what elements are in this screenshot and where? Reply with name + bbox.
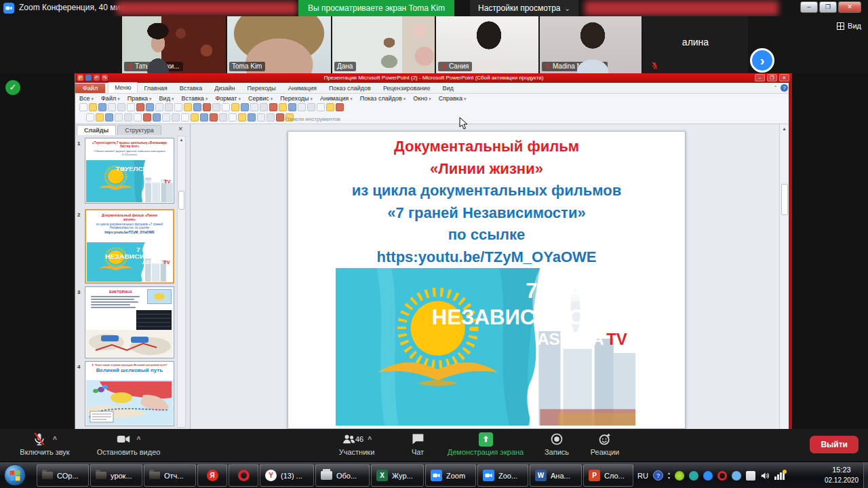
scroll-thumb[interactable] xyxy=(178,191,184,210)
yandex-icon: Y xyxy=(265,470,277,481)
help-tray-icon[interactable]: ? xyxy=(653,470,663,481)
mic-muted-icon xyxy=(651,62,658,69)
show-desktop-button[interactable] xyxy=(863,462,868,488)
tab-menu[interactable]: Меню xyxy=(108,82,138,93)
record-icon xyxy=(550,432,564,446)
menu-edit[interactable]: Правка xyxy=(127,95,152,102)
chat-button[interactable]: Чат xyxy=(401,432,434,456)
unmute-button[interactable]: ^ Включить звук xyxy=(7,432,83,456)
slide-thumbnail-4[interactable]: 4. Через какие страны проходил Великий ш… xyxy=(85,361,174,426)
taskbar-powerpoint-button[interactable]: PСло... xyxy=(583,464,633,487)
participant-name-badge: Татьяна Ски... xyxy=(124,62,183,71)
slide-canvas[interactable]: Документальный фильм «Линии жизни» из ци… xyxy=(288,131,686,429)
tray-volume-icon[interactable] xyxy=(760,471,770,481)
tray-app-icon[interactable] xyxy=(732,471,741,481)
slide-thumbnail-3[interactable]: викторина xyxy=(85,286,174,358)
scroll-up-icon[interactable]: ▴ xyxy=(178,137,185,143)
slide-thumbnail-2[interactable]: Документальный фильм «Линии жизни» из ци… xyxy=(85,209,174,284)
taskbar-zoom-button[interactable]: Zoom xyxy=(425,464,476,487)
help-icon[interactable]: ? xyxy=(781,84,788,92)
ppt-close-button[interactable]: ✕ xyxy=(779,74,789,81)
route-map-image xyxy=(86,330,173,357)
taskbar-yandex-browser-button[interactable]: Я xyxy=(197,464,227,487)
participants-button[interactable]: 46^ Участники xyxy=(324,432,389,456)
svg-text:7 ҚЫРЫ: 7 ҚЫРЫ xyxy=(143,172,170,179)
participant-video-tile[interactable]: Сания xyxy=(436,16,538,73)
participant-video-tile[interactable]: Татьяна Ски... xyxy=(122,16,226,73)
menu-format[interactable]: Формат xyxy=(215,95,241,102)
collapse-ribbon-icon[interactable]: ˆ xyxy=(774,85,776,92)
ppt-restore-button[interactable]: ❐ xyxy=(767,74,777,81)
tray-opera-icon[interactable] xyxy=(717,471,727,481)
close-panel-icon[interactable]: ✕ xyxy=(178,126,183,132)
menu-help[interactable]: Справка xyxy=(439,95,467,102)
participant-video-tile[interactable]: Madina Nauryz... xyxy=(540,16,642,73)
scroll-up-icon[interactable]: ▴ xyxy=(780,126,789,132)
participant-video-tile[interactable]: Дана xyxy=(332,16,435,73)
tab-outline[interactable]: Структура xyxy=(117,125,161,135)
menu-all[interactable]: Все xyxy=(79,95,94,102)
panel-scrollbar[interactable]: ▴ xyxy=(177,136,186,428)
menu-file[interactable]: Файл xyxy=(101,95,120,102)
taskbar-folder-button[interactable]: урок... xyxy=(90,464,142,487)
tray-power-icon[interactable] xyxy=(746,471,755,481)
share-screen-button[interactable]: Демонстрация экрана xyxy=(439,432,532,456)
taskbar-word-button[interactable]: WАна... xyxy=(530,464,582,487)
menu-transitions[interactable]: Переходы xyxy=(280,95,313,102)
tray-zoom-icon[interactable] xyxy=(703,471,713,481)
stop-video-button[interactable]: ^ Остановить видео xyxy=(83,432,174,456)
toolbar-icons-row[interactable] xyxy=(79,103,344,111)
taskbar-folder-button[interactable]: СОр... xyxy=(37,464,89,487)
tab-view[interactable]: Вид xyxy=(436,83,459,93)
slide-thumbnail-1[interactable]: «Тәуелсіздіктің 7 қыры» циклының «Болаша… xyxy=(85,138,174,204)
participant-name-badge: Сания xyxy=(438,62,472,71)
editor-scrollbar[interactable]: ▴ xyxy=(779,124,789,429)
tab-slides[interactable]: Слайды xyxy=(77,125,116,135)
tray-nvidia-icon[interactable] xyxy=(675,471,684,481)
taskbar-zoom-button[interactable]: Zoo... xyxy=(477,464,528,487)
menu-slideshow[interactable]: Показ слайдов xyxy=(360,95,406,102)
show-hidden-icons-button[interactable]: ▴▾ xyxy=(668,471,670,480)
taskbar-clock[interactable]: 15:23 02.12.2020 xyxy=(825,465,859,485)
next-participants-button[interactable]: › xyxy=(750,48,774,73)
reactions-button[interactable]: Реакции xyxy=(580,432,629,456)
record-button[interactable]: Запись xyxy=(537,432,576,456)
tab-animations[interactable]: Анимация xyxy=(282,83,323,93)
maximize-button[interactable]: ❐ xyxy=(819,1,837,13)
language-indicator[interactable]: RU xyxy=(637,472,648,480)
chevron-up-icon[interactable]: ^ xyxy=(53,436,57,443)
start-button[interactable] xyxy=(4,464,26,486)
close-button[interactable]: ✕ xyxy=(838,1,861,13)
view-settings-menu[interactable]: Настройки просмотра⌄ xyxy=(470,0,578,16)
participant-video-tile[interactable]: Toma Kim xyxy=(227,16,331,73)
tab-insert[interactable]: Вставка xyxy=(174,83,208,93)
tray-network-status-icon[interactable] xyxy=(774,471,785,480)
taskbar-printer-button[interactable]: Обо... xyxy=(315,464,370,487)
tab-review[interactable]: Рецензирование xyxy=(377,83,437,93)
tray-wifi-icon[interactable] xyxy=(689,471,698,481)
taskbar-folder-button[interactable]: Отч... xyxy=(144,464,196,487)
grid-view-icon xyxy=(837,22,844,30)
menu-animation[interactable]: Анимация xyxy=(320,95,353,102)
powerpoint-titlebar[interactable]: P ↶ ↷ Презентация Microsoft PowerPoint (… xyxy=(75,73,792,83)
tab-design[interactable]: Дизайн xyxy=(208,83,241,93)
taskbar-excel-button[interactable]: XЖур... xyxy=(371,464,424,487)
chevron-up-icon[interactable]: ^ xyxy=(368,436,372,443)
tab-home[interactable]: Главная xyxy=(138,83,173,93)
tab-slideshow[interactable]: Показ слайдов xyxy=(323,83,377,93)
menu-view[interactable]: Вид xyxy=(159,95,174,102)
view-layout-button[interactable]: Вид xyxy=(837,22,861,30)
participant-video-tile[interactable]: алина xyxy=(643,16,748,73)
taskbar-opera-button[interactable] xyxy=(229,464,258,487)
menu-insert[interactable]: Вставка xyxy=(181,95,208,102)
chevron-up-icon[interactable]: ^ xyxy=(137,436,141,443)
scroll-thumb[interactable] xyxy=(781,184,788,215)
menu-tools[interactable]: Сервис xyxy=(248,95,273,102)
tab-transitions[interactable]: Переходы xyxy=(241,83,281,93)
taskbar-yandex-button[interactable]: Y(13) ... xyxy=(260,464,314,487)
tab-file[interactable]: Файл xyxy=(75,83,105,93)
ppt-minimize-button[interactable]: – xyxy=(755,74,765,81)
minimize-button[interactable]: – xyxy=(800,1,818,13)
menu-window[interactable]: Окно xyxy=(413,95,431,102)
leave-meeting-button[interactable]: Выйти xyxy=(810,436,859,453)
